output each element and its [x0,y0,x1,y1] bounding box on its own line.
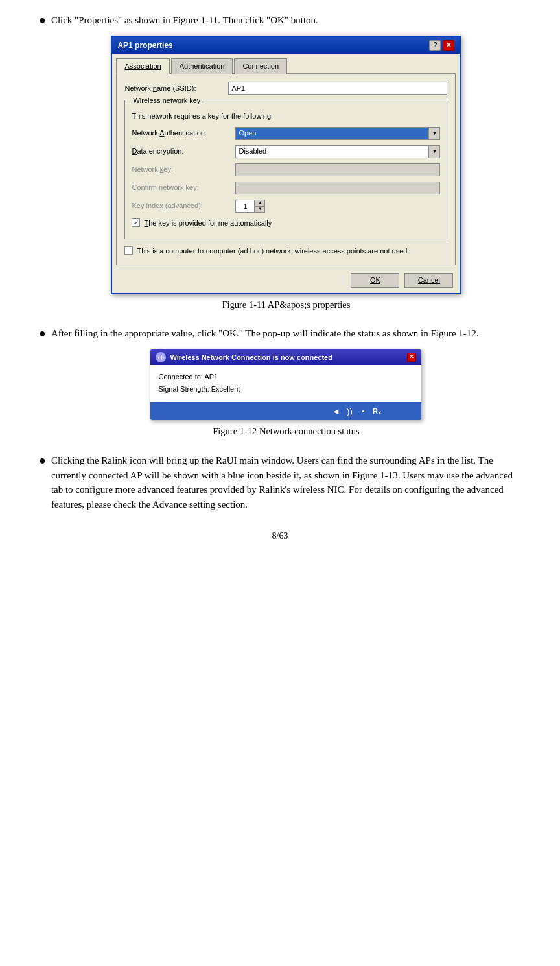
dialog-body: Network name (SSID): Wireless network ke… [116,73,456,265]
key-index-spinner: ▲ ▼ [235,200,265,213]
taskbar-icons: ◄ )) ▪ Rₓ [330,405,382,417]
bullet-point-2: ● [39,327,46,340]
bullet-item-1: ● Click "Properties" as shown in Figure … [39,13,521,317]
signal-strength-text: Signal Strength: Excellent [158,384,414,395]
network-key-label: Network key: [132,164,235,175]
notif-body: Connected to: AP1 Signal Strength: Excel… [150,365,421,402]
bullet-point-1: ● [39,14,46,27]
notif-close-icon: ✕ [409,353,414,362]
dialog-tabs: Association Authentication Connection [116,58,456,74]
help-icon: ? [433,40,437,50]
adhoc-label: This is a computer-to-computer (ad hoc) … [137,246,407,257]
dialog-footer: OK Cancel [112,269,460,293]
network-name-input[interactable] [228,82,447,95]
network-auth-dropdown[interactable]: ▼ [428,127,440,140]
dropdown-arrow-icon: ▼ [432,130,437,137]
data-enc-dropdown[interactable]: ▼ [428,145,440,158]
close-icon: ✕ [446,40,451,50]
taskbar-ralink-icon[interactable]: Rₓ [371,405,382,417]
notif-title: Wireless Network Connection is now conne… [170,352,332,363]
spinner-up-button[interactable]: ▲ [255,200,265,206]
spinner-down-button[interactable]: ▼ [255,206,265,213]
taskbar-back-icon[interactable]: ◄ [330,405,342,417]
auto-key-checkbox[interactable]: ✓ [132,218,140,227]
wifi-icon: (·)) [156,352,166,362]
notif-header: (·)) Wireless Network Connection is now … [150,349,421,366]
dialog-titlebar: AP1 properties ? ✕ [112,37,460,54]
bullet-point-3: ● [39,454,46,467]
confirm-key-input[interactable] [235,182,440,194]
tab-connection-label: Connection [242,62,279,70]
group-legend: Wireless network key [130,95,203,106]
bullet-item-3: ● Clicking the Ralink icon will bring up… [39,453,521,512]
network-notification: (·)) Wireless Network Connection is now … [150,349,422,421]
network-auth-label: Network Authentication: [132,128,235,139]
help-button[interactable]: ? [429,40,441,51]
page-number: 8/63 [39,531,521,541]
key-index-row: Key index (advanced): ▲ ▼ [132,200,440,213]
dropdown-arrow2-icon: ▼ [432,148,437,156]
wireless-key-group: Wireless network key This network requir… [124,100,447,239]
taskbar-monitor-icon[interactable]: ▪ [357,405,369,417]
bullet-2-text: After filling in the appropriate value, … [51,328,479,338]
ap-properties-dialog: AP1 properties ? ✕ Association [111,36,461,294]
figure-1-11-caption: Figure 1-11 AP&apos;s properties [222,298,350,312]
notif-close-button[interactable]: ✕ [407,353,416,362]
group-description: This network requires a key for the foll… [132,111,440,122]
tab-association[interactable]: Association [116,58,169,75]
network-key-row: Network key: [132,163,440,176]
figure-1-11-container: AP1 properties ? ✕ Association [51,36,521,312]
data-enc-control: Disabled ▼ [235,145,440,158]
spinner-buttons: ▲ ▼ [255,200,265,213]
checkbox-check-icon: ✓ [134,218,139,228]
connected-to-text: Connected to: AP1 [158,371,414,383]
dialog-title: AP1 properties [117,40,172,51]
cancel-button[interactable]: Cancel [404,273,453,288]
network-name-label: Network name (SSID): [124,83,228,94]
data-enc-row: Data encryption: Disabled ▼ [132,145,440,158]
network-auth-row: Network Authentication: Open ▼ [132,127,440,140]
close-button[interactable]: ✕ [443,40,454,51]
confirm-key-label: Confirm network key: [132,182,235,193]
tab-authentication[interactable]: Authentication [171,58,233,75]
taskbar-wifi-icon[interactable]: )) [344,405,355,417]
data-enc-label: Data encryption: [132,146,235,157]
figure-1-12-container: (·)) Wireless Network Connection is now … [51,349,521,439]
network-name-row: Network name (SSID): [124,82,447,95]
bullet-item-2: ● After filling in the appropriate value… [39,326,521,444]
figure-1-12-caption: Figure 1-12 Network connection status [213,425,359,439]
key-index-label: Key index (advanced): [132,200,235,211]
confirm-key-row: Confirm network key: [132,182,440,194]
notif-header-left: (·)) Wireless Network Connection is now … [156,352,332,363]
bullet-1-text: Click "Properties" as shown in Figure 1-… [51,15,318,25]
auto-key-label: The key is provided for me automatically [144,218,272,229]
network-key-input[interactable] [235,163,440,176]
tab-connection[interactable]: Connection [234,58,287,75]
adhoc-row: This is a computer-to-computer (ad hoc) … [124,246,447,257]
titlebar-controls: ? ✕ [429,40,454,51]
network-auth-control: Open ▼ [235,127,440,140]
network-auth-value: Open [235,127,428,140]
tab-association-label: Association [124,62,161,70]
key-index-input[interactable] [235,200,255,213]
ok-button[interactable]: OK [351,273,399,288]
tab-authentication-label: Authentication [180,62,225,70]
notif-footer: ◄ )) ▪ Rₓ [150,402,421,420]
adhoc-checkbox[interactable] [124,246,133,255]
auto-key-row: ✓ The key is provided for me automatical… [132,218,440,229]
bullet-3-text: Clicking the Ralink icon will bring up t… [51,455,513,510]
data-enc-value: Disabled [235,145,428,158]
